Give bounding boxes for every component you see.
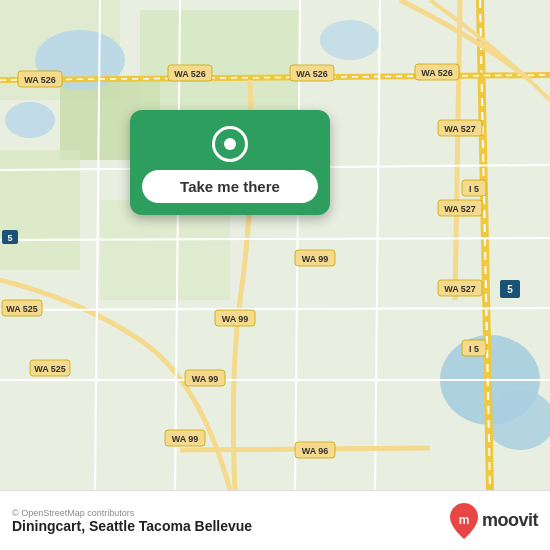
map-svg: WA 526 WA 526 WA 526 WA 526 WA 527 WA 52… xyxy=(0,0,550,490)
moovit-brand-text: moovit xyxy=(482,510,538,531)
svg-text:I 5: I 5 xyxy=(469,344,479,354)
svg-text:m: m xyxy=(459,513,470,527)
svg-rect-4 xyxy=(0,150,80,270)
svg-text:WA 527: WA 527 xyxy=(444,204,476,214)
svg-text:WA 526: WA 526 xyxy=(174,69,206,79)
map-container[interactable]: WA 526 WA 526 WA 526 WA 526 WA 527 WA 52… xyxy=(0,0,550,490)
svg-text:WA 525: WA 525 xyxy=(6,304,38,314)
svg-rect-5 xyxy=(100,200,230,300)
location-label: Diningcart, Seattle Tacoma Bellevue xyxy=(12,518,252,534)
svg-text:WA 99: WA 99 xyxy=(192,374,219,384)
svg-point-7 xyxy=(5,102,55,138)
svg-text:5: 5 xyxy=(507,284,513,295)
take-me-there-button[interactable]: Take me there xyxy=(142,170,318,203)
bottom-left-info: © OpenStreetMap contributors Diningcart,… xyxy=(12,508,252,534)
svg-text:WA 99: WA 99 xyxy=(172,434,199,444)
svg-text:5: 5 xyxy=(7,233,12,243)
moovit-pin-icon: m xyxy=(450,503,478,539)
svg-text:WA 99: WA 99 xyxy=(302,254,329,264)
location-pin-icon xyxy=(212,126,248,162)
svg-text:WA 526: WA 526 xyxy=(296,69,328,79)
location-tooltip: Take me there xyxy=(130,110,330,215)
svg-text:WA 526: WA 526 xyxy=(24,75,56,85)
bottom-bar: © OpenStreetMap contributors Diningcart,… xyxy=(0,490,550,550)
svg-text:I 5: I 5 xyxy=(469,184,479,194)
svg-text:WA 99: WA 99 xyxy=(222,314,249,324)
moovit-logo[interactable]: m moovit xyxy=(450,503,538,539)
map-attribution: © OpenStreetMap contributors xyxy=(12,508,252,518)
svg-point-10 xyxy=(320,20,380,60)
svg-text:WA 527: WA 527 xyxy=(444,284,476,294)
svg-text:WA 526: WA 526 xyxy=(421,68,453,78)
svg-text:WA 525: WA 525 xyxy=(34,364,66,374)
svg-text:WA 527: WA 527 xyxy=(444,124,476,134)
svg-text:WA 96: WA 96 xyxy=(302,446,329,456)
